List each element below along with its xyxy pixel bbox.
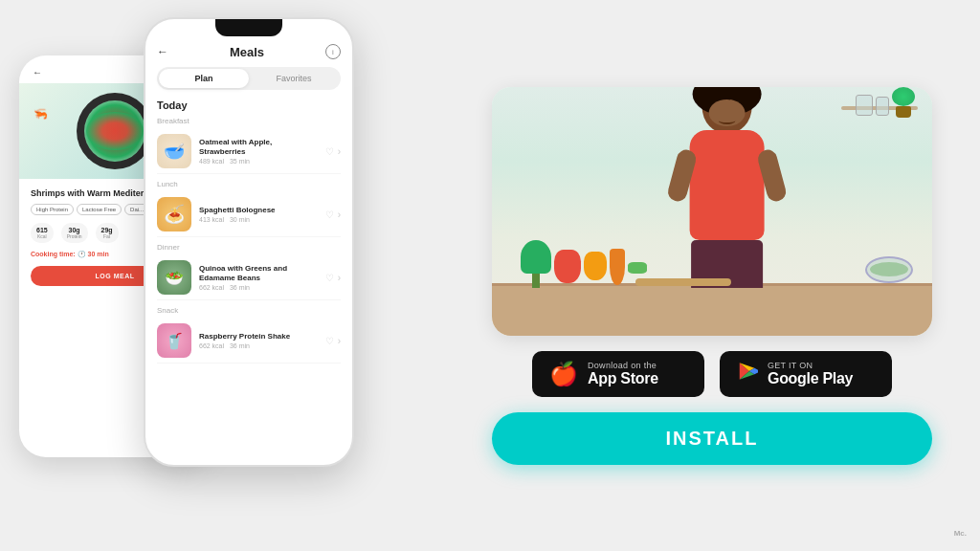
tab-favorites[interactable]: Favorites: [249, 69, 339, 88]
google-play-main: Google Play: [768, 370, 853, 387]
install-button[interactable]: INSTALL: [492, 412, 932, 465]
cooking-time-value: 🕐 30 min: [78, 251, 109, 257]
tag-lactose-free: Lactose Free: [77, 204, 122, 215]
meal-meta-spaghetti: 413 kcal 30 min: [199, 216, 318, 223]
meal-item-oatmeal: 🥣 Oatmeal with Apple, Strawberries 489 k…: [157, 129, 341, 174]
meal-meta-shake: 662 kcal 36 min: [199, 342, 318, 349]
meal-info-spaghetti: Spaghetti Bolognese 413 kcal 30 min: [199, 206, 318, 223]
google-play-text: GET IT ON Google Play: [768, 361, 853, 387]
app-store-badge[interactable]: 🍎 Download on the App Store: [532, 351, 704, 397]
back-arrow-front[interactable]: ←: [157, 45, 168, 58]
main-container: ← 🦐 🦐 Shrimps with Warm Mediterranean Sa…: [0, 0, 980, 551]
section-lunch: Lunch: [157, 180, 341, 188]
heart-icon-2[interactable]: ♡: [325, 209, 334, 220]
google-play-badge[interactable]: GET IT ON Google Play: [720, 351, 892, 397]
meal-actions-quinoa: ♡ ›: [325, 273, 341, 283]
kitchen-scene: [492, 87, 932, 336]
app-store-text: Download on the App Store: [588, 361, 658, 387]
app-store-top: Download on the: [588, 361, 658, 370]
meal-info-quinoa: Quinoa with Greens and Edamame Beans 662…: [199, 264, 318, 292]
watermark: Mc.: [954, 529, 967, 538]
hero-image: [492, 87, 932, 336]
stat-protein: 30g Protein: [61, 223, 88, 243]
meal-meta-quinoa: 662 kcal 36 min: [199, 284, 318, 291]
meal-info-shake: Raspberry Protein Shake 662 kcal 36 min: [199, 332, 318, 349]
phone-screen: ← Meals i Plan Favorites Today Breakfast…: [145, 36, 352, 375]
app-header: ← Meals i: [157, 36, 341, 67]
chevron-icon-2[interactable]: ›: [338, 209, 341, 220]
phones-section: ← 🦐 🦐 Shrimps with Warm Mediterranean Sa…: [19, 17, 450, 534]
heart-icon-3[interactable]: ♡: [325, 273, 334, 283]
tag-high-protein: High Protein: [31, 204, 74, 215]
chevron-icon-4[interactable]: ›: [338, 336, 341, 346]
google-play-icon: [737, 361, 758, 386]
heart-icon[interactable]: ♡: [325, 146, 334, 157]
meal-meta-oatmeal: 489 kcal 35 min: [199, 158, 318, 165]
phone-front: ← Meals i Plan Favorites Today Breakfast…: [144, 17, 354, 467]
heart-icon-4[interactable]: ♡: [325, 336, 334, 346]
google-play-top: GET IT ON: [768, 361, 853, 370]
chevron-icon-3[interactable]: ›: [338, 273, 341, 283]
meal-actions-spaghetti: ♡ ›: [325, 209, 341, 220]
meal-name-spaghetti: Spaghetti Bolognese: [199, 206, 318, 215]
info-icon[interactable]: i: [325, 44, 341, 59]
app-store-main: App Store: [588, 370, 658, 387]
back-arrow-back: ←: [33, 67, 42, 77]
meal-thumb-oatmeal: 🥣: [157, 134, 191, 168]
app-title: Meals: [230, 45, 264, 59]
section-dinner: Dinner: [157, 243, 341, 252]
meal-item-shake: 🥤 Raspberry Protein Shake 662 kcal 36 mi…: [157, 319, 341, 364]
right-section: 🍎 Download on the App Store GET IT O: [482, 87, 942, 465]
store-badges: 🍎 Download on the App Store GET IT O: [532, 351, 892, 397]
meal-name-oatmeal: Oatmeal with Apple, Strawberries: [199, 138, 318, 158]
day-label: Today: [157, 99, 341, 111]
meal-name-shake: Raspberry Protein Shake: [199, 332, 318, 342]
meal-actions-oatmeal: ♡ ›: [325, 146, 341, 157]
meal-info-oatmeal: Oatmeal with Apple, Strawberries 489 kca…: [199, 138, 318, 165]
section-snack: Snack: [157, 306, 341, 315]
meal-thumb-quinoa: 🥗: [157, 260, 191, 295]
phone-notch: [215, 19, 282, 36]
meal-actions-shake: ♡ ›: [325, 336, 341, 346]
stat-kcal: 615 Kcal: [31, 223, 54, 243]
meal-item-spaghetti: 🍝 Spaghetti Bolognese 413 kcal 30 min ♡ …: [157, 192, 341, 237]
tab-bar: Plan Favorites: [157, 67, 341, 90]
meal-thumb-shake: 🥤: [157, 323, 191, 358]
meal-item-quinoa: 🥗 Quinoa with Greens and Edamame Beans 6…: [157, 255, 341, 300]
meal-name-quinoa: Quinoa with Greens and Edamame Beans: [199, 264, 318, 284]
section-breakfast: Breakfast: [157, 117, 341, 125]
tab-plan[interactable]: Plan: [159, 69, 249, 88]
meal-thumb-spaghetti: 🍝: [157, 197, 191, 231]
chevron-icon[interactable]: ›: [338, 146, 341, 157]
apple-icon: 🍎: [549, 361, 578, 387]
stat-fat: 29g Fat: [96, 223, 119, 243]
